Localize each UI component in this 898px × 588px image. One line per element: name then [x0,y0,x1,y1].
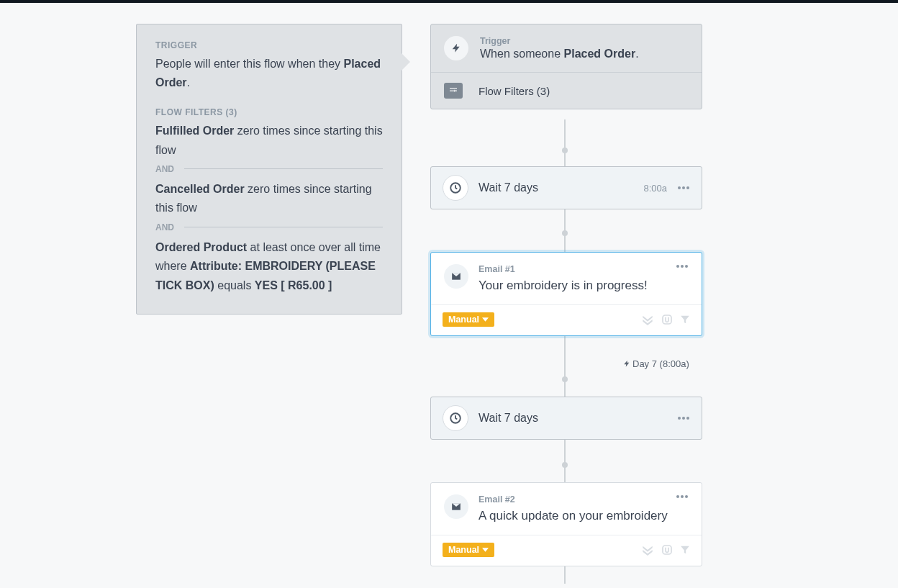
day-tag: Day 7 (8:00a) [623,358,689,369]
trigger-text-prefix: People will enter this flow when they [155,58,343,70]
svg-point-14 [686,417,689,420]
svg-point-7 [676,265,679,268]
flow-filters-section-label: FLOW FILTERS (3) [155,107,383,117]
smart-send-icon [641,544,654,556]
status-text: Manual [448,315,479,325]
svg-marker-2 [454,90,456,93]
status-pill[interactable]: Manual [443,312,494,327]
top-border [0,0,898,3]
more-icon[interactable] [676,494,689,499]
wait-time: 8:00a [643,183,667,194]
trigger-node[interactable]: Trigger When someone Placed Order. Flow … [430,24,702,109]
caret-down-icon [482,548,489,552]
trigger-text-prefix: When someone [480,48,564,60]
svg-point-11 [450,413,461,423]
trigger-section-label: TRIGGER [155,40,383,50]
flow-dot [562,230,568,236]
clock-icon [443,405,468,431]
status-pill[interactable]: Manual [443,543,494,557]
svg-point-13 [682,417,685,420]
more-icon[interactable] [676,264,689,268]
and-divider: AND [155,222,383,232]
svg-point-9 [685,265,688,268]
svg-point-15 [676,495,679,498]
trigger-node-header[interactable]: Trigger When someone Placed Order. [431,24,702,72]
wait-text: Wait 7 days [479,412,677,425]
more-icon[interactable] [677,416,690,420]
filter-bold: Fulfilled Order [155,125,234,137]
wait-node[interactable]: Wait 7 days 8:00a [430,166,702,209]
svg-rect-10 [663,315,671,324]
email-label: Email #2 [479,494,676,505]
email-subject: A quick update on your embroidery [479,507,676,525]
smart-send-icon [641,314,654,325]
wait-node[interactable]: Wait 7 days [430,397,702,440]
email-subject: Your embroidery is in progress! [479,277,676,294]
utm-icon [661,544,673,556]
trigger-summary: When someone Placed Order. [480,48,639,60]
and-divider: AND [155,164,383,174]
flow-filter-item: Ordered Product at least once over all t… [155,238,383,295]
day-tag-text: Day 7 (8:00a) [632,358,689,369]
trigger-details-panel: TRIGGER People will enter this flow when… [136,24,402,315]
svg-point-4 [678,186,681,189]
email-label: Email #1 [479,264,676,274]
trigger-node-filters-row[interactable]: Flow Filters (3) [431,73,702,109]
svg-rect-18 [663,546,671,554]
filter-icon [680,544,690,556]
flow-filter-item: Fulfilled Order zero times since startin… [155,122,383,160]
and-label: AND [155,164,174,174]
filter-bold: YES [ R65.00 ] [255,279,332,291]
svg-point-8 [681,265,684,268]
svg-point-5 [682,186,685,189]
trigger-description: People will enter this flow when they Pl… [155,55,383,91]
svg-rect-1 [450,91,457,92]
utm-icon [661,314,673,325]
svg-point-17 [685,495,688,498]
more-icon[interactable] [677,186,690,190]
svg-point-6 [686,186,689,189]
flow-dot [562,148,568,153]
envelope-icon [444,264,468,289]
status-text: Manual [448,545,479,555]
wait-text: Wait 7 days [479,181,643,194]
flow-filters-icon [444,83,463,99]
flow-dot [562,462,568,468]
flow-filters-label: Flow Filters (3) [479,85,550,97]
flow-dot [562,376,568,382]
filter-text: equals [214,279,255,291]
trigger-text-bold: Placed Order [564,48,636,60]
caret-down-icon [482,317,489,322]
email-node[interactable]: Email #2 A quick update on your embroide… [430,482,702,566]
svg-point-3 [450,183,461,193]
svg-rect-0 [450,88,457,89]
lightning-icon [444,36,468,60]
flow-filter-item: Cancelled Order zero times since startin… [155,180,383,218]
lightning-icon [623,359,630,368]
clock-icon [443,175,468,201]
filter-icon [680,314,690,325]
filter-bold: Cancelled Order [155,183,245,195]
and-label: AND [155,222,174,232]
filter-bold: Ordered Product [155,241,247,253]
trigger-label: Trigger [480,36,639,46]
email-node[interactable]: Email #1 Your embroidery is in progress!… [430,252,702,336]
envelope-icon [444,494,468,519]
svg-point-12 [678,417,681,420]
svg-point-16 [681,495,684,498]
